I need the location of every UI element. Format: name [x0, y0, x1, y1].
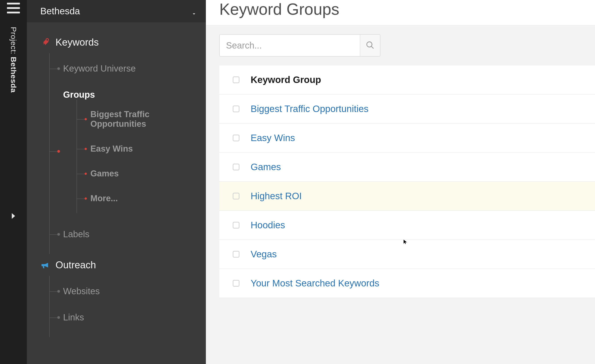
- sidebar-section-outreach[interactable]: Outreach: [27, 254, 206, 276]
- sidebar-subitem-games[interactable]: Games: [77, 161, 197, 186]
- sidebar-item-label: Links: [63, 312, 84, 322]
- page-title: Keyword Groups: [219, 0, 581, 18]
- table-row: Biggest Traffic Opportunities: [219, 95, 595, 124]
- table-row: Games: [219, 153, 595, 182]
- sidebar-subitem-easy-wins[interactable]: Easy Wins: [77, 136, 197, 161]
- keyword-group-link[interactable]: Vegas: [251, 249, 277, 260]
- keyword-group-link[interactable]: Biggest Traffic Opportunities: [251, 103, 368, 114]
- keyword-group-link[interactable]: Your Most Searched Keywords: [251, 278, 379, 289]
- sidebar-keywords-tree: Keyword Universe Groups Biggest Traffic …: [49, 53, 206, 254]
- tree-dot: [85, 118, 87, 120]
- left-rail: Project: Bethesda: [0, 0, 27, 364]
- sidebar-item-websites[interactable]: Websites: [50, 278, 206, 304]
- sidebar: Bethesda Keywords Keyword Universe: [27, 0, 206, 364]
- project-select-label: Bethesda: [40, 6, 80, 17]
- row-checkbox[interactable]: [233, 105, 240, 112]
- caret-down-icon: [191, 8, 197, 14]
- sidebar-item-links[interactable]: Links: [50, 304, 206, 330]
- search-input[interactable]: [220, 35, 360, 56]
- sidebar-subitem-label: Easy Wins: [90, 144, 133, 153]
- row-checkbox[interactable]: [233, 280, 240, 287]
- project-name: Bethesda: [9, 57, 18, 93]
- sidebar-item-keyword-universe[interactable]: Keyword Universe: [50, 55, 206, 82]
- sidebar-subitem-label: Biggest Traffic Opportunities: [90, 110, 149, 129]
- row-checkbox[interactable]: [233, 222, 240, 228]
- toolbar: [206, 25, 595, 66]
- tree-dot: [85, 173, 87, 175]
- table-row: Easy Wins: [219, 124, 595, 153]
- row-checkbox[interactable]: [233, 135, 240, 141]
- search-box: [219, 34, 380, 57]
- search-icon: [366, 41, 375, 50]
- table-row: Your Most Searched Keywords: [219, 269, 595, 298]
- tree-dot: [57, 233, 60, 236]
- table-row: Highest ROI: [219, 182, 595, 211]
- mouse-cursor-icon: [403, 238, 408, 245]
- tree-dot: [57, 316, 60, 319]
- select-all-checkbox[interactable]: [233, 76, 240, 83]
- sidebar-section-keywords[interactable]: Keywords: [27, 31, 206, 53]
- sidebar-subitem-label: More...: [90, 194, 118, 203]
- project-select[interactable]: Bethesda: [27, 0, 206, 22]
- sidebar-item-groups[interactable]: Groups Biggest Traffic Opportunities Eas…: [50, 82, 206, 221]
- project-label: Project:: [9, 27, 18, 54]
- sidebar-nav: Keywords Keyword Universe Groups Biggest…: [27, 22, 206, 337]
- main-content: Keyword Groups Keyword Group Biggest Tra…: [206, 0, 595, 364]
- sidebar-item-label: Groups: [63, 90, 95, 99]
- tree-dot: [85, 148, 87, 150]
- sidebar-subitem-biggest-traffic[interactable]: Biggest Traffic Opportunities: [77, 102, 197, 136]
- hamburger-menu-icon[interactable]: [7, 3, 20, 14]
- main-header: Keyword Groups: [206, 0, 595, 25]
- keyword-group-link[interactable]: Hoodies: [251, 220, 285, 231]
- keyword-group-link[interactable]: Games: [251, 162, 281, 172]
- row-checkbox[interactable]: [233, 193, 240, 199]
- tree-dot: [57, 150, 60, 153]
- sidebar-subitem-more[interactable]: More...: [77, 186, 197, 211]
- column-header-keyword-group: Keyword Group: [251, 75, 321, 85]
- keyword-group-table: Keyword Group Biggest Traffic Opportunit…: [219, 66, 595, 298]
- table-header-row: Keyword Group: [219, 66, 595, 95]
- tree-dot: [57, 290, 60, 293]
- tree-dot: [85, 197, 87, 200]
- keyword-group-link[interactable]: Highest ROI: [251, 191, 302, 201]
- sidebar-subitem-label: Games: [90, 169, 119, 178]
- sidebar-item-label: Keyword Universe: [63, 63, 136, 73]
- sidebar-item-label: Labels: [63, 229, 90, 239]
- table-row: Hoodies: [219, 211, 595, 240]
- sidebar-item-label: Websites: [63, 286, 100, 296]
- sidebar-section-keywords-label: Keywords: [56, 37, 99, 48]
- keyword-group-link[interactable]: Easy Wins: [251, 133, 295, 143]
- sidebar-outreach-tree: Websites Links: [49, 276, 206, 337]
- key-icon: [40, 37, 50, 47]
- sidebar-groups-subtree: Biggest Traffic Opportunities Easy Wins …: [77, 100, 197, 213]
- tree-dot: [57, 67, 60, 70]
- project-indicator: Project: Bethesda: [9, 27, 18, 93]
- search-button[interactable]: [360, 35, 380, 56]
- sidebar-item-labels[interactable]: Labels: [50, 221, 206, 247]
- sidebar-section-outreach-label: Outreach: [56, 259, 96, 271]
- sidebar-expand-icon[interactable]: [8, 211, 18, 221]
- row-checkbox[interactable]: [233, 251, 240, 258]
- bullhorn-icon: [40, 260, 50, 270]
- row-checkbox[interactable]: [233, 164, 240, 170]
